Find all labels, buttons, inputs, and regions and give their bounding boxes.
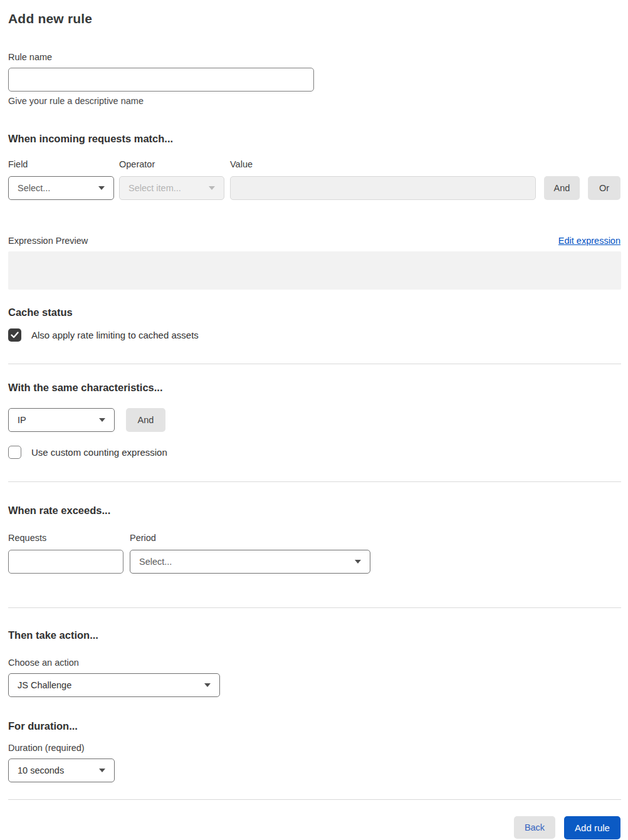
period-select[interactable]: Select... bbox=[130, 550, 370, 574]
custom-counting-label: Use custom counting expression bbox=[31, 447, 167, 458]
edit-expression-link[interactable]: Edit expression bbox=[558, 236, 620, 246]
footer-actions: Back Add rule bbox=[8, 816, 620, 839]
field-select-value: Select... bbox=[18, 183, 50, 193]
expression-preview-label: Expression Preview bbox=[8, 236, 88, 246]
chevron-down-icon bbox=[99, 769, 105, 772]
period-select-value: Select... bbox=[139, 557, 172, 567]
footer-divider bbox=[8, 799, 621, 800]
and-condition-button[interactable]: And bbox=[544, 176, 580, 200]
duration-select[interactable]: 10 seconds bbox=[8, 759, 115, 782]
value-input bbox=[230, 176, 536, 200]
cache-checkbox-row: Also apply rate limiting to cached asset… bbox=[8, 328, 620, 342]
cached-assets-label: Also apply rate limiting to cached asset… bbox=[31, 330, 199, 340]
duration-heading: For duration... bbox=[8, 720, 620, 732]
value-label: Value bbox=[230, 159, 536, 169]
action-heading: Then take action... bbox=[8, 629, 620, 641]
characteristics-row: IP And bbox=[8, 408, 620, 432]
value-column: Value bbox=[230, 159, 536, 200]
chevron-down-icon bbox=[204, 683, 211, 687]
action-select[interactable]: JS Challenge bbox=[8, 673, 220, 697]
add-characteristic-button[interactable]: And bbox=[126, 408, 165, 432]
rule-name-input[interactable] bbox=[8, 68, 314, 92]
field-label: Field bbox=[8, 159, 114, 169]
match-section-heading: When incoming requests match... bbox=[8, 133, 620, 145]
chevron-down-icon bbox=[99, 418, 105, 422]
operator-column: Operator Select item... bbox=[119, 159, 224, 200]
counting-expression-row: Use custom counting expression bbox=[8, 446, 620, 459]
operator-select-value: Select item... bbox=[128, 183, 181, 193]
cached-assets-checkbox[interactable] bbox=[8, 328, 21, 342]
field-column: Field Select... bbox=[8, 159, 114, 200]
duration-select-value: 10 seconds bbox=[18, 765, 64, 775]
or-condition-button[interactable]: Or bbox=[588, 176, 620, 200]
custom-counting-checkbox[interactable] bbox=[8, 446, 21, 459]
back-button[interactable]: Back bbox=[514, 816, 555, 839]
match-fields-row: Field Select... Operator Select item... … bbox=[8, 159, 620, 200]
action-select-value: JS Challenge bbox=[18, 680, 71, 690]
section-divider bbox=[8, 364, 621, 364]
check-icon bbox=[11, 332, 19, 339]
add-rule-form: Add new rule Rule name Give your rule a … bbox=[0, 0, 628, 840]
cache-status-heading: Cache status bbox=[8, 307, 620, 318]
operator-label: Operator bbox=[119, 159, 224, 169]
rule-name-label: Rule name bbox=[8, 52, 620, 62]
requests-label: Requests bbox=[8, 533, 123, 543]
requests-input[interactable] bbox=[8, 550, 123, 574]
characteristic-select-value: IP bbox=[18, 415, 26, 425]
chevron-down-icon bbox=[355, 560, 361, 564]
rate-heading: When rate exceeds... bbox=[8, 505, 620, 517]
field-select[interactable]: Select... bbox=[8, 176, 114, 200]
characteristic-select[interactable]: IP bbox=[8, 408, 115, 432]
chevron-down-icon bbox=[98, 186, 105, 190]
action-group: Choose an action JS Challenge bbox=[8, 658, 620, 697]
rule-name-group: Rule name Give your rule a descriptive n… bbox=[8, 52, 620, 106]
rule-name-helper: Give your rule a descriptive name bbox=[8, 96, 620, 106]
characteristics-heading: With the same characteristics... bbox=[8, 382, 620, 394]
requests-column: Requests bbox=[8, 533, 123, 574]
duration-label: Duration (required) bbox=[8, 743, 620, 753]
section-divider bbox=[8, 607, 621, 608]
operator-select: Select item... bbox=[119, 176, 224, 200]
expression-preview-header: Expression Preview Edit expression bbox=[8, 236, 620, 246]
rate-fields-row: Requests Period Select... bbox=[8, 533, 620, 574]
add-rule-button[interactable]: Add rule bbox=[564, 816, 620, 839]
chevron-down-icon bbox=[209, 186, 215, 190]
page-title: Add new rule bbox=[8, 11, 620, 26]
expression-preview-box bbox=[8, 251, 621, 290]
action-label: Choose an action bbox=[8, 658, 620, 668]
period-column: Period Select... bbox=[130, 533, 370, 574]
duration-group: Duration (required) 10 seconds bbox=[8, 743, 620, 782]
section-divider bbox=[8, 481, 621, 482]
period-label: Period bbox=[130, 533, 370, 543]
